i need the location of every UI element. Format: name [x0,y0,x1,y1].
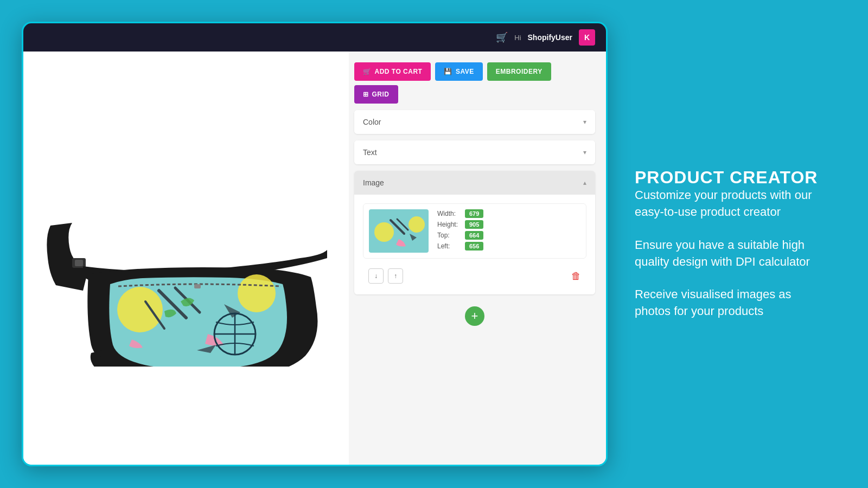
svg-point-13 [409,216,425,233]
fanny-pack-image [40,150,333,367]
username-label: ShopifyUser [528,33,572,42]
top-value: 664 [465,231,483,240]
add-layer-button[interactable]: + [465,306,484,326]
add-section: + [354,301,595,331]
width-value: 679 [465,209,483,218]
top-label: Top: [437,232,462,239]
grid-button[interactable]: ⊞ GRID [354,85,398,104]
height-value: 905 [465,220,483,229]
move-up-button[interactable]: ↑ [388,268,403,284]
width-label: Width: [437,210,462,217]
image-actions: ↓ ↑ 🗑 [363,264,586,286]
right-panel: 🛒 ADD TO CART 💾 SAVE EMBROIDERY ⊞ GRID [349,52,606,465]
text-label: Text [363,148,377,157]
app-body: 🛒 ADD TO CART 💾 SAVE EMBROIDERY ⊞ GRID [23,52,606,465]
fanny-pack-container [40,150,333,367]
height-label: Height: [437,221,462,228]
sidebar-desc1: Customize your products with our easy-to… [635,187,819,221]
stat-top: Top: 664 [437,231,580,240]
color-label: Color [363,118,381,126]
image-chevron-icon: ▴ [583,179,586,187]
move-down-button[interactable]: ↓ [368,268,384,284]
grid-btn-icon: ⊞ [363,91,369,98]
delete-image-button[interactable]: 🗑 [571,271,581,282]
svg-rect-1 [75,260,83,266]
sidebar-desc2: Ensure you have a suitable high quality … [635,237,819,271]
svg-rect-10 [194,284,201,288]
titlebar: 🛒 Hi ShopifyUser K [23,23,606,52]
image-accordion: Image ▴ [354,171,595,294]
thumbnail-svg [369,209,429,253]
color-chevron-icon: ▾ [583,118,586,126]
avatar[interactable]: K [579,29,595,46]
action-buttons: 🛒 ADD TO CART 💾 SAVE EMBROIDERY ⊞ GRID [354,62,595,104]
svg-point-2 [117,287,163,332]
hi-text: Hi [514,34,521,42]
image-accordion-header[interactable]: Image ▴ [354,171,595,195]
stat-left: Left: 656 [437,242,580,251]
sidebar-desc3: Receive visualised images as photos for … [635,286,819,320]
image-label: Image [363,178,384,187]
image-section-content: Width: 679 Height: 905 Top: 664 [354,195,595,294]
app-window: 🛒 Hi ShopifyUser K [22,22,608,466]
image-thumbnail [369,209,429,253]
text-chevron-icon: ▾ [583,149,586,156]
image-item: Width: 679 Height: 905 Top: 664 [363,203,586,259]
color-accordion: Color ▾ [354,110,595,134]
text-accordion: Text ▾ [354,140,595,164]
stat-width: Width: 679 [437,209,580,218]
embroidery-button[interactable]: EMBROIDERY [487,62,551,81]
image-stats: Width: 679 Height: 905 Top: 664 [437,209,580,253]
stat-height: Height: 905 [437,220,580,229]
add-to-cart-button[interactable]: 🛒 ADD TO CART [354,62,431,81]
color-accordion-header[interactable]: Color ▾ [354,110,595,134]
svg-point-3 [238,274,276,312]
save-button[interactable]: 💾 SAVE [435,62,482,81]
product-creator-heading: PRODUCT CREATOR Customize your products … [635,168,819,221]
cart-icon: 🛒 [496,31,508,43]
save-btn-icon: 💾 [444,68,452,75]
right-sidebar: PRODUCT CREATOR Customize your products … [624,163,830,325]
text-accordion-header[interactable]: Text ▾ [354,140,595,164]
svg-point-12 [374,222,394,242]
left-value: 656 [465,242,483,251]
cart-btn-icon: 🛒 [363,68,372,75]
product-preview [23,52,349,465]
left-label: Left: [437,242,462,250]
move-buttons: ↓ ↑ [368,268,403,284]
product-creator-title: PRODUCT CREATOR [635,168,819,187]
